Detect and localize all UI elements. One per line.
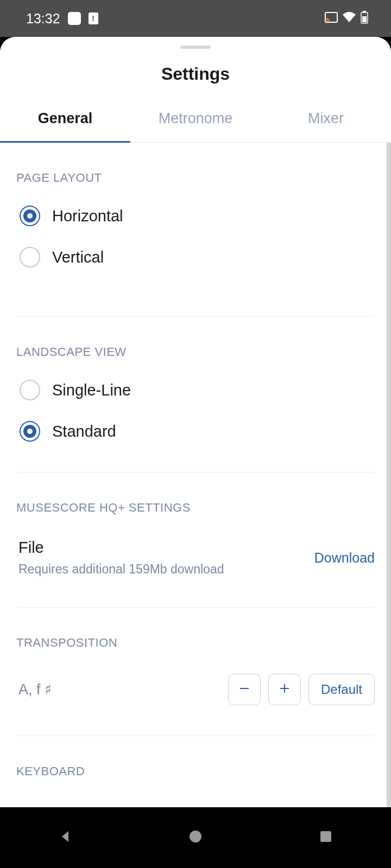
plus-icon [279, 682, 291, 697]
settings-content[interactable]: PAGE LAYOUT Horizontal Vertical LANDSCAP… [0, 143, 391, 807]
tab-general[interactable]: General [0, 110, 130, 143]
section-transposition-header: TRANSPOSITION [16, 636, 375, 650]
download-button[interactable]: Download [314, 550, 375, 566]
radio-vertical[interactable]: Vertical [16, 247, 375, 267]
transpose-minus-button[interactable] [228, 674, 261, 705]
cast-icon [325, 12, 338, 25]
radio-icon [20, 380, 40, 400]
radio-single-line[interactable]: Single-Line [16, 380, 375, 400]
tab-mixer[interactable]: Mixer [261, 110, 391, 143]
radio-label: Vertical [52, 248, 104, 266]
status-left: 13:32 ! [26, 11, 98, 27]
minus-icon [238, 682, 250, 697]
tab-metronome[interactable]: Metronome [130, 110, 261, 143]
divider [16, 316, 375, 317]
status-right [325, 11, 368, 26]
settings-sheet: Settings General Metronome Mixer PAGE LA… [0, 37, 391, 807]
nav-back-button[interactable] [58, 829, 73, 846]
transposition-value: A, f ♯ [18, 681, 52, 698]
battery-icon [361, 11, 368, 26]
divider [16, 736, 375, 736]
scrollbar[interactable] [387, 143, 391, 807]
radio-icon [20, 421, 40, 442]
hq-file-title: File [18, 539, 224, 557]
wifi-icon [342, 12, 356, 25]
section-keyboard-header: KEYBOARD [16, 764, 375, 778]
sheet-grabber[interactable] [180, 46, 211, 49]
radio-label: Single-Line [52, 381, 131, 399]
status-bar: 13:32 ! [0, 0, 391, 37]
tab-bar: General Metronome Mixer [0, 110, 391, 143]
radio-icon [20, 247, 40, 267]
svg-rect-3 [362, 16, 367, 22]
section-landscape-header: LANDSCAPE VIEW [16, 345, 375, 359]
hq-file-row: File Requires additional 159Mb download … [16, 539, 375, 577]
status-time: 13:32 [26, 11, 60, 27]
nav-home-button[interactable] [188, 829, 203, 846]
section-page-layout-header: PAGE LAYOUT [16, 171, 375, 185]
notification-icon [68, 12, 81, 25]
radio-horizontal[interactable]: Horizontal [16, 206, 375, 226]
transposition-row: A, f ♯ Default [16, 674, 375, 705]
radio-label: Horizontal [52, 207, 123, 225]
transpose-plus-button[interactable] [268, 674, 301, 705]
nav-recent-button[interactable] [318, 829, 333, 846]
svg-point-7 [190, 831, 201, 843]
transpose-default-button[interactable]: Default [308, 674, 375, 705]
radio-label: Standard [52, 423, 116, 441]
system-nav-bar [0, 807, 391, 868]
sd-alert-icon: ! [89, 12, 98, 24]
page-title: Settings [0, 64, 391, 84]
svg-rect-8 [320, 831, 331, 842]
hq-file-subtitle: Requires additional 159Mb download [18, 562, 224, 577]
radio-icon [20, 206, 40, 226]
section-hq-header: MUSESCORE HQ+ SETTINGS [16, 501, 375, 515]
divider [16, 472, 375, 473]
radio-standard[interactable]: Standard [16, 421, 375, 442]
divider [16, 607, 375, 608]
